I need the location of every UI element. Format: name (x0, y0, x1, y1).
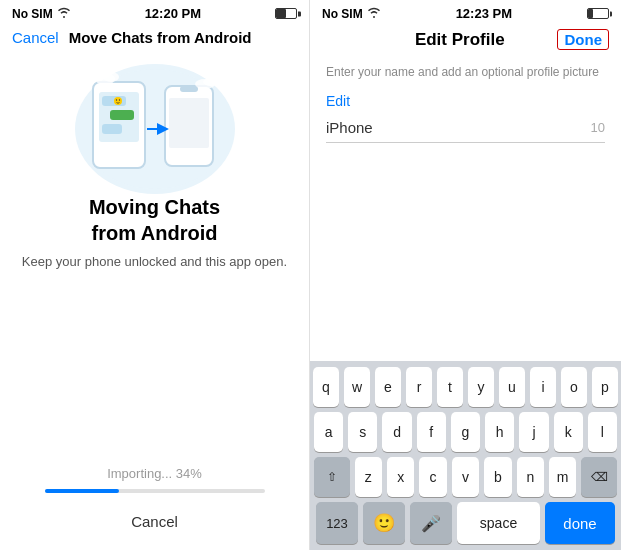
left-status-bar: No SIM 12:20 PM (0, 0, 309, 25)
keyboard-row-1: q w e r t y u i o p (314, 367, 617, 407)
key-z[interactable]: z (355, 457, 382, 497)
left-time: 12:20 PM (145, 6, 201, 21)
left-wifi-icon (57, 7, 71, 21)
key-microphone[interactable]: 🎤 (410, 502, 452, 544)
key-h[interactable]: h (485, 412, 514, 452)
key-f[interactable]: f (417, 412, 446, 452)
key-g[interactable]: g (451, 412, 480, 452)
key-r[interactable]: r (406, 367, 432, 407)
moving-subtitle: Keep your phone unlocked and this app op… (22, 254, 287, 269)
keyboard-bottom-row: 123 🙂 🎤 space done (314, 502, 617, 544)
key-t[interactable]: t (437, 367, 463, 407)
left-content: Moving Chats from Android Keep your phon… (0, 54, 309, 466)
key-s[interactable]: s (348, 412, 377, 452)
key-n[interactable]: n (517, 457, 544, 497)
right-battery-icon (587, 8, 609, 19)
right-nav-bar: Edit Profile Done (310, 25, 621, 58)
left-nav-title: Move Chats from Android (69, 29, 252, 46)
cancel-bottom-button[interactable]: Cancel (131, 513, 178, 530)
key-w[interactable]: w (344, 367, 370, 407)
keyboard-row-2: a s d f g h j k l (314, 412, 617, 452)
svg-point-13 (103, 72, 119, 82)
svg-point-7 (115, 99, 116, 100)
left-bottom: Importing... 34% Cancel (0, 466, 309, 550)
right-no-sim: No SIM (322, 7, 363, 21)
key-b[interactable]: b (484, 457, 511, 497)
name-input-row: 10 (326, 119, 605, 143)
key-d[interactable]: d (382, 412, 411, 452)
key-c[interactable]: c (419, 457, 446, 497)
left-panel: No SIM 12:20 PM Cancel Move Chats from A… (0, 0, 310, 550)
char-count: 10 (591, 120, 605, 135)
keyboard: q w e r t y u i o p a s d f g h j k l ⇧ … (310, 361, 621, 550)
edit-photo-link[interactable]: Edit (326, 93, 605, 109)
left-status-left: No SIM (12, 7, 71, 21)
key-e[interactable]: e (375, 367, 401, 407)
key-emoji[interactable]: 🙂 (363, 502, 405, 544)
svg-point-8 (118, 99, 119, 100)
keyboard-row-3: ⇧ z x c v b n m ⌫ (314, 457, 617, 497)
moving-title: Moving Chats from Android (89, 194, 220, 246)
progress-bar (45, 489, 265, 493)
svg-rect-10 (169, 98, 209, 148)
svg-rect-4 (110, 110, 134, 120)
right-battery-area (587, 8, 609, 19)
key-i[interactable]: i (530, 367, 556, 407)
svg-point-6 (114, 97, 122, 105)
key-u[interactable]: u (499, 367, 525, 407)
key-v[interactable]: v (452, 457, 479, 497)
done-button[interactable]: Done (557, 29, 609, 50)
key-p[interactable]: p (592, 367, 618, 407)
right-content: Enter your name and add an optional prof… (310, 58, 621, 361)
key-a[interactable]: a (314, 412, 343, 452)
left-battery-icon (275, 8, 297, 19)
cancel-button[interactable]: Cancel (12, 29, 59, 46)
key-space[interactable]: space (457, 502, 540, 544)
left-nav-bar: Cancel Move Chats from Android (0, 25, 309, 54)
importing-progress-text: Importing... 34% (107, 466, 202, 481)
left-status-right (275, 8, 297, 19)
right-status-bar: No SIM 12:23 PM (310, 0, 621, 25)
key-x[interactable]: x (387, 457, 414, 497)
key-123[interactable]: 123 (316, 502, 358, 544)
right-status-left: No SIM (322, 7, 381, 21)
phones-svg (75, 64, 235, 194)
key-backspace[interactable]: ⌫ (581, 457, 617, 497)
right-nav-title: Edit Profile (415, 30, 505, 50)
key-q[interactable]: q (313, 367, 339, 407)
svg-point-15 (203, 78, 219, 86)
key-o[interactable]: o (561, 367, 587, 407)
right-time: 12:23 PM (456, 6, 512, 21)
name-input[interactable] (326, 119, 583, 136)
profile-description: Enter your name and add an optional prof… (326, 64, 605, 81)
right-panel: No SIM 12:23 PM Edit Profile Done Enter … (310, 0, 621, 550)
progress-fill (45, 489, 120, 493)
key-y[interactable]: y (468, 367, 494, 407)
right-wifi-icon (367, 7, 381, 21)
key-shift[interactable]: ⇧ (314, 457, 350, 497)
key-l[interactable]: l (588, 412, 617, 452)
phone-illustration (75, 64, 235, 194)
key-j[interactable]: j (519, 412, 548, 452)
key-m[interactable]: m (549, 457, 576, 497)
svg-rect-5 (102, 124, 122, 134)
left-no-sim: No SIM (12, 7, 53, 21)
key-k[interactable]: k (554, 412, 583, 452)
key-done[interactable]: done (545, 502, 615, 544)
svg-rect-11 (180, 86, 198, 92)
